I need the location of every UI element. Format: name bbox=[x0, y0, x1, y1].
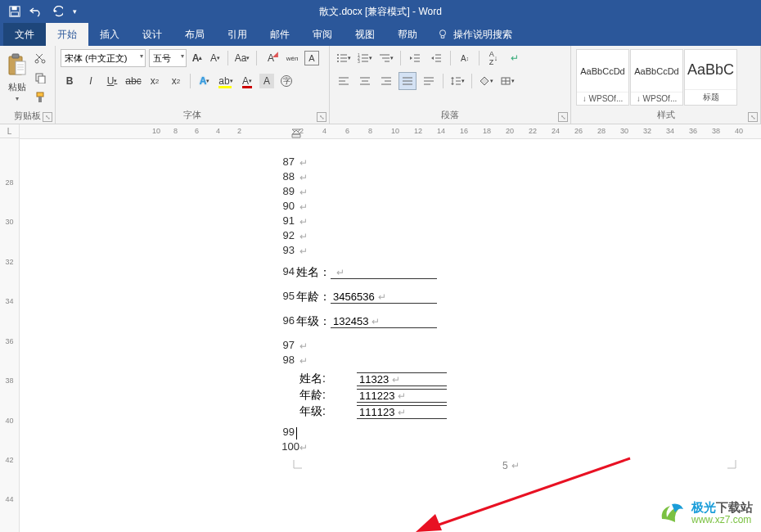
line-number: 87 bbox=[262, 156, 295, 168]
group-paragraph: ▾ 123▾ ▾ A↕ AZ↓ ↵ ▾ ▾ bbox=[330, 46, 571, 124]
form-field[interactable]: 111223↵ bbox=[357, 389, 447, 403]
bullets-button[interactable]: ▾ bbox=[335, 49, 353, 67]
change-case-button[interactable]: Aa▾ bbox=[233, 49, 251, 67]
strikethrough-button[interactable]: abc bbox=[124, 72, 142, 90]
watermark-logo-icon bbox=[657, 499, 685, 527]
styles-dialog-launcher[interactable]: ⤡ bbox=[748, 112, 758, 122]
document-area[interactable]: 87↵88↵89↵90↵91↵92↵93↵94姓名：↵95年龄：3456536↵… bbox=[20, 139, 761, 532]
ribbon-tabs: 文件 开始 插入 设计 布局 引用 邮件 审阅 视图 帮助 操作说明搜索 bbox=[0, 23, 761, 46]
tab-insert[interactable]: 插入 bbox=[88, 23, 131, 46]
paragraph-mark: ↵ bbox=[296, 229, 308, 244]
font-name-combo[interactable]: 宋体 (中文正文)▾ bbox=[61, 49, 146, 67]
text-effects-button[interactable]: A▾ bbox=[196, 72, 214, 90]
clipboard-dialog-launcher[interactable]: ⤡ bbox=[43, 112, 52, 122]
tab-view[interactable]: 视图 bbox=[344, 23, 386, 46]
tab-mailings[interactable]: 邮件 bbox=[259, 23, 301, 46]
cut-button[interactable] bbox=[31, 49, 49, 67]
style-card-1[interactable]: AaBbCcDd↓ WPSOf... bbox=[630, 49, 683, 106]
tab-help[interactable]: 帮助 bbox=[386, 23, 429, 46]
paragraph-mark: ↵ bbox=[296, 200, 308, 214]
form-field[interactable]: 111123↵ bbox=[357, 405, 447, 419]
tab-home[interactable]: 开始 bbox=[46, 23, 88, 46]
enclose-characters-button[interactable]: 字 bbox=[277, 72, 295, 90]
tab-design[interactable]: 设计 bbox=[131, 23, 173, 46]
phonetic-guide-button[interactable]: wén bbox=[283, 49, 301, 67]
undo-button[interactable] bbox=[26, 2, 46, 20]
horizontal-ruler[interactable]: 1086422468101214161820222426283032343638… bbox=[20, 124, 761, 139]
ruler-tick: 12 bbox=[414, 127, 422, 135]
line-number: 97 bbox=[262, 339, 295, 351]
copy-button[interactable] bbox=[31, 69, 49, 87]
align-left-button[interactable] bbox=[335, 72, 353, 90]
multilevel-list-button[interactable]: ▾ bbox=[377, 49, 395, 67]
ruler-tick: 38 bbox=[712, 127, 720, 135]
align-right-button[interactable] bbox=[377, 72, 395, 90]
ruler-tick: 30 bbox=[5, 218, 13, 237]
style-preview: AaBbCcDd bbox=[631, 50, 682, 92]
pilcrow-icon: ↵ bbox=[299, 201, 308, 213]
highlight-button[interactable]: ab▾ bbox=[217, 72, 235, 90]
shading-button[interactable]: ▾ bbox=[477, 72, 495, 90]
font-size-combo[interactable]: 五号▾ bbox=[149, 49, 187, 67]
justify-button[interactable] bbox=[399, 72, 417, 90]
form-field[interactable]: ↵ bbox=[331, 266, 437, 279]
numbering-button[interactable]: 123▾ bbox=[356, 49, 374, 67]
save-button[interactable] bbox=[5, 2, 25, 20]
underline-button[interactable]: U ▾ bbox=[103, 72, 121, 90]
format-painter-button[interactable] bbox=[31, 88, 49, 106]
title-bar: ▾ 散文.docx [兼容模式] - Word bbox=[0, 0, 761, 23]
form-field[interactable]: 11323↵ bbox=[357, 372, 447, 386]
show-hide-marks-button[interactable]: ↵ bbox=[506, 49, 524, 67]
form-row: 年级:111123↵ bbox=[299, 404, 447, 419]
form-row: 姓名：↵ bbox=[296, 265, 437, 280]
group-clipboard: 粘贴 ▾ 剪贴板⤡ bbox=[0, 46, 56, 124]
ruler-tick: 38 bbox=[5, 376, 13, 396]
character-shading-button[interactable]: A bbox=[259, 74, 274, 88]
paragraph-line: ↵ bbox=[296, 440, 308, 455]
sort-button[interactable]: AZ↓ bbox=[484, 49, 502, 67]
tab-file[interactable]: 文件 bbox=[3, 23, 46, 46]
svg-rect-6 bbox=[16, 61, 25, 74]
qat-customize-button[interactable]: ▾ bbox=[69, 2, 80, 20]
clear-formatting-button[interactable]: A◢ bbox=[262, 49, 280, 67]
tab-references[interactable]: 引用 bbox=[216, 23, 259, 46]
tab-review[interactable]: 审阅 bbox=[301, 23, 344, 46]
align-center-button[interactable] bbox=[356, 72, 374, 90]
pilcrow-icon: ↵ bbox=[299, 340, 308, 352]
font-dialog-launcher[interactable]: ⤡ bbox=[317, 112, 326, 122]
increase-indent-button[interactable] bbox=[427, 49, 445, 67]
tell-me-search[interactable]: 操作说明搜索 bbox=[429, 23, 520, 46]
decrease-indent-button[interactable] bbox=[406, 49, 424, 67]
pilcrow-icon: ↵ bbox=[299, 157, 308, 169]
tab-layout[interactable]: 布局 bbox=[173, 23, 216, 46]
group-label-font: 字体 bbox=[183, 110, 201, 119]
form-field[interactable]: 3456536↵ bbox=[331, 291, 437, 304]
paste-button[interactable]: 粘贴 ▾ bbox=[5, 49, 29, 106]
style-card-2[interactable]: AaBbC标题 bbox=[684, 49, 737, 106]
italic-button[interactable]: I bbox=[82, 72, 100, 90]
workspace: L28303234363840424446 108642246810121416… bbox=[0, 124, 761, 532]
character-border-button[interactable]: A bbox=[304, 51, 319, 65]
distributed-button[interactable] bbox=[420, 72, 438, 90]
vertical-ruler[interactable]: L28303234363840424446 bbox=[0, 124, 20, 532]
grow-font-button[interactable]: A▴ bbox=[190, 49, 205, 67]
svg-rect-14 bbox=[37, 92, 43, 97]
superscript-button[interactable]: x2 bbox=[167, 72, 185, 90]
subscript-button[interactable]: x2 bbox=[146, 72, 164, 90]
style-card-0[interactable]: AaBbCcDd↓ WPSOf... bbox=[576, 49, 629, 106]
shrink-font-button[interactable]: A▾ bbox=[208, 49, 223, 67]
ruler-tick: 24 bbox=[552, 127, 560, 135]
redo-button[interactable] bbox=[47, 2, 67, 20]
font-color-button[interactable]: A▾ bbox=[238, 72, 256, 90]
svg-point-11 bbox=[42, 60, 45, 63]
ruler-tick: 6 bbox=[345, 127, 349, 135]
ruler-tick: 2 bbox=[299, 127, 304, 135]
svg-point-20 bbox=[337, 61, 339, 62]
form-field[interactable]: 132453↵ bbox=[331, 315, 437, 328]
paragraph-dialog-launcher[interactable]: ⤡ bbox=[558, 112, 568, 122]
bold-button[interactable]: B bbox=[61, 72, 79, 90]
line-spacing-button[interactable]: ▾ bbox=[448, 72, 466, 90]
ruler-tick: 8 bbox=[173, 127, 178, 135]
text-direction-button[interactable]: A↕ bbox=[456, 49, 474, 67]
borders-button[interactable]: ▾ bbox=[498, 72, 516, 90]
